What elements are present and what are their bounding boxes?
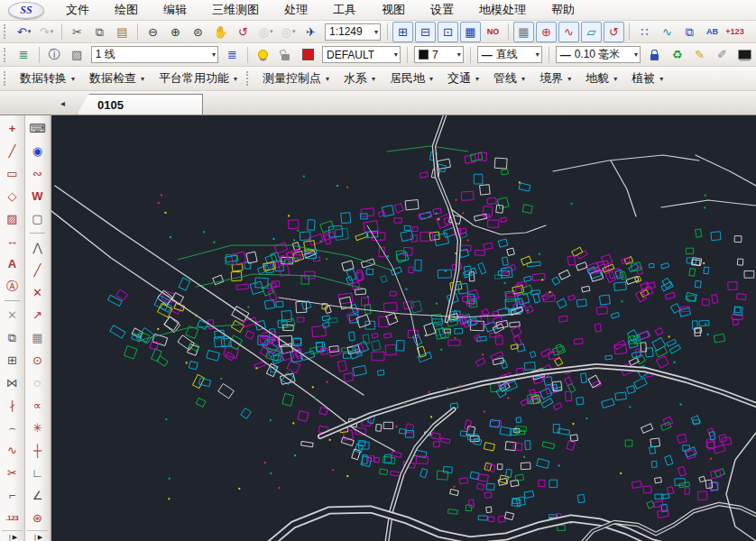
dropdown-arrow-icon[interactable]: ▾ [392,50,398,59]
layer-manager-icon[interactable]: ≣ [14,44,34,65]
menu-process[interactable]: 处理 [272,0,320,20]
tab-scroll-left-button[interactable]: ◂ [54,95,71,112]
toolbar-overflow-button[interactable]: ❘▶ [2,530,23,541]
text-icon[interactable]: A [1,252,23,275]
menu-3d-mapping[interactable]: 三维测图 [199,0,272,20]
menu-view[interactable]: 视图 [369,0,418,20]
number-annotate-icon[interactable]: .123 [1,507,23,529]
toolbar-overflow-button[interactable]: ❘▶ [27,530,48,541]
style-lock-icon[interactable] [644,44,665,65]
dimension-icon[interactable]: ↔ [1,230,23,252]
circle-point-icon[interactable]: ⊙ [26,349,49,371]
rotate-view-icon[interactable]: ↺ [233,22,254,42]
mirror-icon[interactable]: ⋈ [1,371,23,394]
star-point-icon[interactable]: ✳ [26,417,49,439]
cut-icon[interactable]: ✂ [67,22,88,42]
layer-color-chip[interactable] [298,44,318,65]
color-combo[interactable]: 7▾ [414,46,464,63]
curve-icon[interactable]: ∿ [1,439,23,462]
menu-draw[interactable]: 绘图 [102,0,151,20]
break-icon[interactable]: ∤ [1,394,23,417]
menu-terrain-model[interactable]: 地模处理 [466,0,539,20]
target-icon[interactable]: ⊛ [26,507,49,529]
dashed-circle-icon[interactable]: ◌ [26,371,49,394]
named-view-icon[interactable]: ◎▾ [278,22,299,42]
monitor-icon[interactable] [734,44,755,65]
layer-unlock-icon[interactable] [275,44,296,65]
plot-frame-icon[interactable]: ▦ [513,22,534,42]
layer-on-bulb-icon[interactable] [253,44,273,65]
zoom-in-icon[interactable]: ⊕ [165,22,186,42]
zoom-out-icon[interactable]: ⊖ [143,22,163,42]
layer-combo[interactable]: 1 线▾ [91,46,218,63]
panel-vegetation[interactable]: 植被▾ [624,69,670,88]
cross-line-icon[interactable]: ┼ [26,439,49,462]
redo-icon[interactable]: ↷▾ [36,22,57,42]
select-box-icon[interactable]: ▢ [26,207,49,230]
brush-icon[interactable]: ✐ [712,44,733,65]
copy-object-icon[interactable]: ⧉ [1,326,23,349]
undo-icon[interactable]: ↶▾ [14,22,34,42]
control-point-icon[interactable]: ⊕ [536,22,557,42]
edit-note-icon[interactable]: ✎ [689,44,710,65]
zoom-window-icon[interactable]: ⊜ [188,22,208,42]
zoom-previous-icon[interactable]: ◎▾ [255,22,276,42]
toolbar-grip[interactable] [4,71,9,86]
dropdown-arrow-icon[interactable]: ▾ [51,28,54,35]
batch-annotate-icon[interactable]: W [26,185,49,207]
redraw-icon[interactable]: ↺ [604,22,624,42]
erase-icon[interactable]: ✕ [1,304,23,326]
info-icon[interactable]: ⓘ [44,44,65,65]
style-combo[interactable]: DEFAULT▾ [322,46,401,63]
map-canvas[interactable] [51,115,756,541]
offset-icon[interactable]: ⌐ [1,484,23,507]
dropdown-arrow-icon[interactable]: ▾ [372,28,378,36]
pan-icon[interactable]: ✋ [210,22,231,42]
line-annotate-icon[interactable]: ∿ [558,22,579,42]
keyboard-entry-icon[interactable]: ⌨ [26,117,49,140]
osnap-no-toggle[interactable]: NO [483,22,503,42]
block-layout-icon[interactable]: ⧉ [679,22,700,42]
contour-icon[interactable]: ∿ [657,22,678,42]
area-annotate-icon[interactable]: ▱ [581,22,602,42]
scale-combo[interactable]: 1:1249▾ [325,23,381,41]
menu-file[interactable]: 文件 [53,0,102,20]
dropdown-arrow-icon[interactable]: ▾ [28,28,32,35]
split-window-icon[interactable]: ⊡ [438,22,458,42]
panel-transportation[interactable]: 交通▾ [440,69,486,88]
paste-icon[interactable]: ▤ [112,22,133,42]
panel-boundaries[interactable]: 境界▾ [532,69,578,88]
rectangle-icon[interactable]: ▭ [1,162,23,185]
grid-icon[interactable]: ▦ [26,326,49,349]
lineweight-combo[interactable]: —0.10 毫米▾ [556,46,641,63]
dropdown-arrow-icon[interactable]: ▾ [209,50,216,59]
fillet-icon[interactable]: ⌢ [1,417,23,439]
grid-window-icon[interactable]: ▦ [460,22,481,42]
panel-water-systems[interactable]: 水系▾ [337,69,383,88]
panel-data-check[interactable]: 数据检查▾ [82,69,152,88]
layer-browse-icon[interactable]: ▧ [67,44,88,65]
coordinate-icon[interactable]: ∠ [26,484,49,507]
refresh-icon[interactable]: ♻ [667,44,687,65]
polyline-node-icon[interactable]: ⋀ [26,236,49,259]
tile-windows-icon[interactable]: ⊞ [392,22,413,42]
panel-residential[interactable]: 居民地▾ [383,69,440,88]
layers-stack-icon[interactable]: ≣ [222,44,243,65]
panel-data-convert[interactable]: 数据转换▾ [13,69,82,88]
toolbar-grip[interactable] [4,24,9,39]
cascade-windows-icon[interactable]: ⊟ [415,22,436,42]
trim-scissors-icon[interactable]: ✂ [1,462,23,484]
menu-help[interactable]: 帮助 [539,0,587,20]
copy-icon[interactable]: ⧉ [89,22,110,42]
hatch-icon[interactable]: ▨ [1,207,23,230]
drawing-tab[interactable]: 0105 [77,94,203,115]
dropdown-arrow-icon[interactable]: ▾ [455,50,461,59]
menu-tools[interactable]: 工具 [320,0,369,20]
point-icon[interactable]: + [1,117,23,140]
polygon-icon[interactable]: ◇ [1,185,23,207]
move-copy-icon[interactable]: ⊞ [1,349,23,371]
line-point-icon[interactable]: ↗ [26,304,49,326]
dropdown-arrow-icon[interactable]: ▾ [270,28,273,35]
fly-view-icon[interactable]: ✈ [300,22,321,42]
panel-landforms[interactable]: 地貌▾ [578,69,624,88]
